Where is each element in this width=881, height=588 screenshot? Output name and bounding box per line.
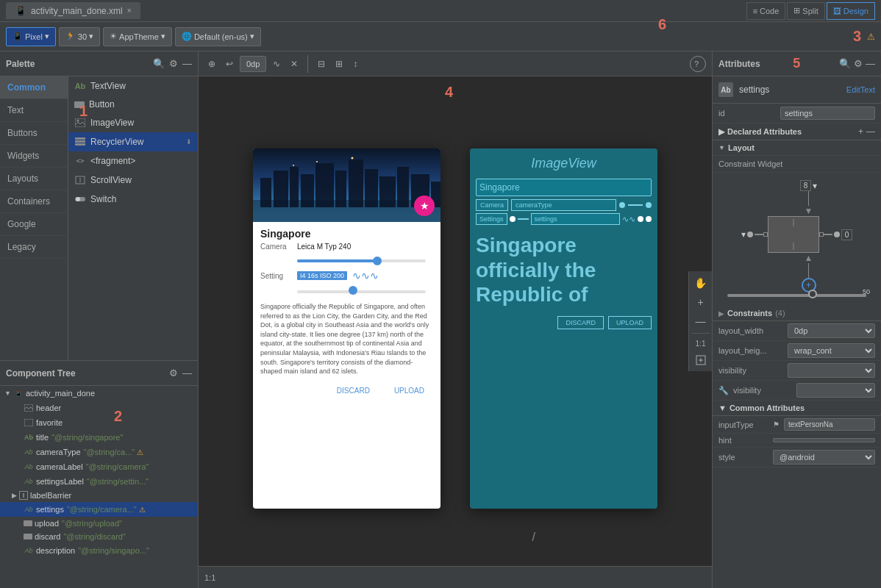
attr-collapse-icon[interactable]: — <box>866 58 875 69</box>
palette-item-imageview[interactable]: ImageView <box>68 113 198 132</box>
main-toolbar: 📱 Pixel ▾ 🏃 30 ▾ ☀ AppTheme ▾ 🌐 Default … <box>0 22 881 51</box>
palette-category-text[interactable]: Text <box>0 99 68 122</box>
clear-constraints-button[interactable]: ✕ <box>287 54 302 74</box>
pack-button[interactable]: ⊞ <box>332 54 346 74</box>
tree-item-discard[interactable]: discard "@string/discard" <box>0 530 198 543</box>
rotate-button[interactable]: ↩ <box>222 54 237 74</box>
fit-zoom-button[interactable] <box>691 352 710 368</box>
tree-item-title[interactable]: Ab title "@string/singapore" <box>0 430 198 445</box>
wireframe-settings-row: Settings settings ∿∿ <box>476 213 652 225</box>
api-level-button[interactable]: 🏃 30 ▾ <box>59 27 100 46</box>
split-view-button[interactable]: ⊞ Split <box>787 2 824 20</box>
dropdown-top-icon[interactable]: ▾ <box>813 181 817 191</box>
visibility-dropdown-2[interactable] <box>796 383 875 398</box>
palette-category-layouts[interactable]: Layouts <box>0 168 68 190</box>
upload-button[interactable]: UPLOAD <box>385 382 433 399</box>
svg-rect-2 <box>75 137 85 140</box>
constraints-expand-icon[interactable]: ▶ <box>718 309 724 318</box>
visibility-dropdown-1[interactable] <box>788 363 875 378</box>
tree-item-root[interactable]: ▼ 📱 activity_main_done <box>0 386 198 401</box>
help-button[interactable]: ? <box>690 56 706 72</box>
constraint-right-number[interactable]: 0 <box>841 229 853 240</box>
locale-selector-button[interactable]: 🌐 Default (en-us) ▾ <box>175 27 261 46</box>
constraint-slider-thumb[interactable] <box>808 290 817 298</box>
setting-slider[interactable] <box>260 286 433 298</box>
input-type-value[interactable]: textPersonNa <box>784 418 875 431</box>
attr-search-icon[interactable]: 🔍 <box>839 58 851 69</box>
palette-item-button[interactable]: Button <box>68 96 198 113</box>
svg-rect-16 <box>301 174 314 207</box>
hint-value-field[interactable] <box>773 438 875 442</box>
id-value-field[interactable]: settings <box>780 107 875 120</box>
zoom-minus-button[interactable]: — <box>691 312 710 330</box>
palette-item-scrollview[interactable]: ScrollView <box>68 171 198 190</box>
constraint-arrow-down-row: ▼ <box>781 191 813 216</box>
tree-item-favorite[interactable]: favorite <box>0 415 198 430</box>
cameratype-warning-icon: ⚠ <box>137 448 143 456</box>
wireframe-button-row: DISCARD UPLOAD <box>470 313 657 332</box>
discard-button[interactable]: DISCARD <box>327 382 379 399</box>
theme-selector-button[interactable]: ☀ AppTheme ▾ <box>103 27 172 46</box>
infer-constraints-button[interactable]: ⊟ <box>314 54 329 74</box>
edittext-label[interactable]: EditText <box>846 85 875 94</box>
hand-tool-button[interactable]: ✋ <box>691 274 710 292</box>
device-selector-button[interactable]: 📱 Pixel ▾ <box>6 27 56 46</box>
palette-category-google[interactable]: Google <box>0 213 68 236</box>
tree-item-description[interactable]: Ab description "@string/singapo..." <box>0 543 198 558</box>
zoom-plus-button[interactable]: + <box>691 293 710 311</box>
tree-item-cameratype[interactable]: Ab cameraType "@string/ca..." ⚠ <box>0 445 198 459</box>
input-type-row: inputType ⚑ textPersonNa <box>713 416 881 434</box>
tree-item-upload[interactable]: upload "@string/upload" <box>0 517 198 530</box>
tree-collapse-icon[interactable]: — <box>182 368 192 379</box>
left-dropdown-icon[interactable]: ▾ <box>741 229 746 240</box>
palette-category-containers[interactable]: Containers <box>0 190 68 213</box>
phone-preview-left: ★ Singapore Camera Leica M Typ 240 <box>253 148 440 509</box>
align-button[interactable]: ↕ <box>349 54 361 74</box>
favorite-button[interactable]: ★ <box>414 196 435 216</box>
fit-screen-button[interactable]: 1:1 <box>691 337 710 351</box>
palette-category-buttons[interactable]: Buttons <box>0 122 68 145</box>
canvas-side-tools: ✋ + — 1:1 <box>688 271 712 371</box>
palette-category-common[interactable]: Common <box>0 76 68 99</box>
palette-search-icon[interactable]: 🔍 <box>153 58 165 69</box>
zoom-in-button[interactable]: ⊕ <box>204 54 219 74</box>
tree-item-settingslabel[interactable]: Ab settingsLabel "@string/settin..." <box>0 474 198 489</box>
svg-rect-17 <box>315 163 334 207</box>
code-view-button[interactable]: ≡ Code <box>746 2 786 20</box>
zoom-level-display[interactable]: 0dp <box>240 56 266 72</box>
common-attributes-title: ▼ Common Attributes <box>718 404 805 412</box>
description-text-icon: Ab <box>24 545 34 556</box>
style-dropdown[interactable]: @android <box>773 450 875 465</box>
palette-item-textview[interactable]: Ab TextView <box>68 76 198 96</box>
palette-title: Palette <box>6 59 35 69</box>
constraint-slider-row[interactable]: 50 <box>721 293 872 298</box>
add-attr-icon[interactable]: + <box>858 126 863 137</box>
component-tree-header: Component Tree ⚙ — <box>0 361 198 386</box>
constraint-top-number[interactable]: 8 <box>800 180 812 191</box>
attr-settings-icon[interactable]: ⚙ <box>854 58 863 69</box>
svg-rect-3 <box>75 140 85 143</box>
palette-settings-icon[interactable]: ⚙ <box>169 58 178 69</box>
down-arrow-icon: ▼ <box>805 206 813 216</box>
layout-height-dropdown[interactable]: wrap_cont <box>788 343 875 358</box>
palette-category-legacy[interactable]: Legacy <box>0 236 68 259</box>
palette-item-recyclerview[interactable]: RecyclerView ⬇ <box>68 132 198 151</box>
palette-item-switch[interactable]: Switch <box>68 190 198 209</box>
palette-category-widgets[interactable]: Widgets <box>0 145 68 168</box>
close-tab-button[interactable]: × <box>127 7 132 15</box>
path-button[interactable]: ∿ <box>269 54 284 74</box>
tree-item-header[interactable]: header <box>0 401 198 415</box>
design-view-button[interactable]: 🖼 Design <box>827 2 875 20</box>
camera-slider[interactable] <box>260 255 433 267</box>
remove-attr-icon[interactable]: — <box>866 126 875 137</box>
layout-width-dropdown[interactable]: 0dp <box>788 323 875 338</box>
palette-collapse-icon[interactable]: — <box>182 58 192 69</box>
tree-item-cameralabel[interactable]: Ab cameraLabel "@string/camera" <box>0 459 198 474</box>
code-icon: ≡ <box>753 7 757 15</box>
textview-icon: Ab <box>74 80 86 92</box>
tree-item-settings[interactable]: Ab settings "@string/camera..." ⚠ <box>0 502 198 517</box>
file-tab[interactable]: 📱 activity_main_done.xml × <box>6 2 140 19</box>
tree-settings-icon[interactable]: ⚙ <box>169 368 178 379</box>
tree-item-labelbarrier[interactable]: ▶ I labelBarrier <box>0 489 198 502</box>
palette-item-fragment[interactable]: <> <fragment> <box>68 151 198 171</box>
